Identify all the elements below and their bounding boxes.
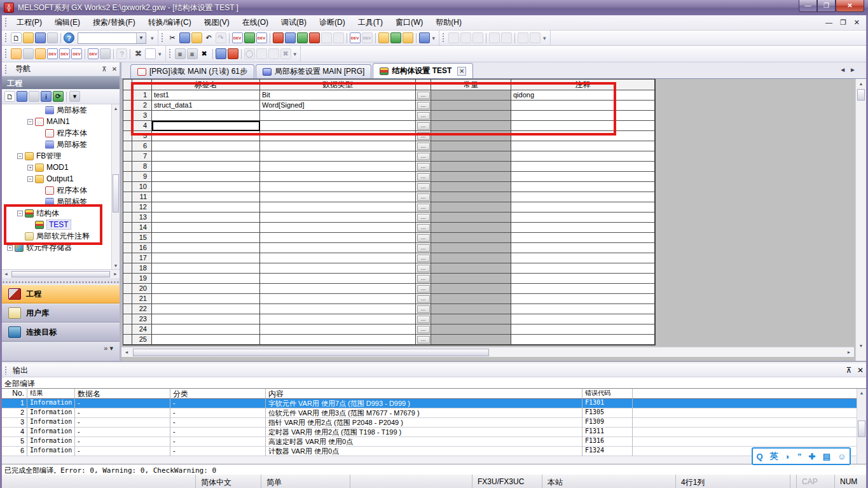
redo-icon[interactable]: ↷ [216, 32, 226, 43]
punctuation-icon[interactable]: ” [797, 452, 802, 461]
cell-comment[interactable] [511, 223, 655, 233]
find-device-green-icon[interactable] [297, 32, 308, 43]
help-icon[interactable]: ? [64, 32, 74, 43]
close-panel-icon[interactable]: ✕ [855, 366, 866, 375]
tab-close-icon[interactable]: ✕ [457, 67, 466, 76]
cell-data-type[interactable] [260, 263, 416, 274]
print-icon[interactable] [47, 32, 58, 43]
cell-data-type[interactable] [260, 172, 416, 182]
cell-label[interactable] [152, 151, 260, 162]
grid-vertical-scrollbar[interactable]: ▲ ▼ [855, 79, 866, 361]
cell-comment[interactable] [511, 151, 655, 162]
cell-comment[interactable] [511, 284, 655, 294]
tab-scroll-arrows[interactable]: ◄► [839, 66, 860, 73]
tab-2[interactable]: 局部标签设置 MAIN [PRG] [256, 64, 371, 78]
cell-label[interactable] [152, 243, 260, 253]
cell-label[interactable] [152, 213, 260, 223]
cell-comment[interactable] [511, 141, 655, 151]
search-icon[interactable]: Q [757, 452, 763, 461]
cell-label[interactable] [152, 182, 260, 192]
minimize-button[interactable]: — [799, 0, 817, 12]
type-picker-button[interactable]: ... [417, 183, 430, 191]
cell-label[interactable] [152, 111, 260, 121]
toolbar-overflow-icon[interactable]: ▾ [292, 51, 299, 57]
type-picker-button[interactable]: ... [417, 254, 430, 262]
tools-icon[interactable]: ✚ [809, 452, 816, 461]
tree-item-结构体[interactable]: −结构体 [2, 207, 120, 219]
type-picker-button[interactable]: ... [417, 153, 430, 160]
cell-label[interactable] [152, 131, 260, 141]
type-picker-button[interactable]: ... [417, 275, 430, 282]
docking-window-icon[interactable] [35, 48, 46, 59]
filter-dropdown-icon[interactable]: ▾ [69, 91, 80, 102]
tree-item-MAIN1[interactable]: −MAIN1 [2, 116, 120, 127]
type-picker-button[interactable]: ... [417, 102, 430, 109]
tree-horizontal-scrollbar[interactable]: ◄ ► [2, 269, 120, 278]
ime-toolbar[interactable]: Q英◗”✚▤☺ [752, 447, 851, 465]
menu-3[interactable]: 转换/编译(C) [142, 15, 198, 30]
cell-comment[interactable] [511, 162, 655, 172]
refresh-icon[interactable]: ⟳ [53, 91, 64, 102]
cell-comment[interactable] [511, 253, 655, 263]
tree-item-MOD1[interactable]: +MOD1 [2, 162, 120, 173]
toolbar-overflow-icon[interactable]: ▾ [431, 35, 437, 41]
tree-item-Output1[interactable]: −Output1 [2, 173, 120, 185]
cell-data-type[interactable] [260, 202, 416, 213]
restore-button[interactable]: ❐ [817, 0, 836, 12]
tree-item-程序本体[interactable]: 程序本体 [2, 127, 120, 139]
ladder-monitor-icon[interactable] [244, 32, 255, 43]
tree-item-局部标签[interactable]: 局部标签 [2, 196, 120, 207]
mdi-restore-button[interactable]: ❐ [840, 18, 846, 27]
tree-item-程序本体[interactable]: 程序本体 [2, 185, 120, 196]
item-info-icon[interactable]: i [41, 91, 52, 102]
type-picker-button[interactable]: ... [417, 316, 430, 323]
cell-data-type[interactable] [260, 182, 416, 192]
type-picker-button[interactable]: ... [417, 224, 430, 232]
cell-data-type[interactable] [260, 243, 416, 253]
type-picker-button[interactable]: ... [417, 265, 430, 272]
type-picker-button[interactable]: ... [417, 193, 430, 201]
cell-label[interactable] [152, 162, 260, 172]
device-eye-icon[interactable]: DEV [88, 48, 99, 59]
close-panel-icon[interactable]: ✕ [109, 66, 120, 73]
cell-comment[interactable] [511, 324, 655, 335]
cut-icon[interactable]: ✂ [167, 32, 178, 43]
cell-data-type[interactable]: Bit [260, 90, 416, 101]
disabled-close-icon[interactable]: ✖ [280, 48, 291, 59]
device-display-icon[interactable]: DEV [350, 32, 361, 43]
cell-data-type[interactable] [260, 304, 416, 314]
device-find-icon[interactable]: DEV [47, 48, 58, 59]
cell-label[interactable]: struct_data1 [152, 101, 260, 111]
cell-comment[interactable] [511, 213, 655, 223]
cell-data-type[interactable] [260, 121, 416, 131]
delete-row-icon[interactable]: ≡ [187, 48, 198, 59]
cell-label[interactable] [152, 253, 260, 263]
tree-expand-icon[interactable]: + [7, 245, 13, 251]
tree-item-FB管理[interactable]: −FB管理 [2, 150, 120, 162]
cell-comment[interactable] [511, 274, 655, 284]
cell-comment[interactable] [511, 172, 655, 182]
cell-comment[interactable] [511, 121, 655, 131]
tab-1[interactable]: [PRG]读取 MAIN (只读) 61步 [130, 64, 254, 78]
tree-expand-icon[interactable]: − [27, 176, 33, 182]
cell-label[interactable] [152, 304, 260, 314]
pin-icon[interactable]: ⊼ [843, 366, 855, 375]
ladder-vline-icon[interactable] [501, 32, 512, 43]
project-window-icon[interactable] [11, 48, 22, 59]
type-picker-button[interactable]: ... [417, 285, 430, 293]
cell-label[interactable] [152, 335, 260, 345]
cell-data-type[interactable] [260, 294, 416, 304]
device-network-icon[interactable]: DEV [71, 48, 82, 59]
cell-data-type[interactable] [260, 162, 416, 172]
type-picker-button[interactable]: ... [417, 204, 430, 211]
menu-8[interactable]: 工具(T) [352, 15, 389, 30]
output-row[interactable]: 1Information--字软元件 VAR用 使用7点 (范围 D993 - … [2, 399, 857, 408]
cell-label[interactable] [152, 274, 260, 284]
type-picker-button[interactable]: ... [417, 295, 430, 303]
ladder-close-contact-icon[interactable] [460, 32, 471, 43]
type-picker-button[interactable]: ... [417, 173, 430, 181]
tree-vertical-scrollbar[interactable]: ▲ ▼ [111, 104, 120, 269]
cell-data-type[interactable] [260, 284, 416, 294]
ladder-open-contact-icon[interactable] [448, 32, 459, 43]
cell-comment[interactable] [511, 243, 655, 253]
